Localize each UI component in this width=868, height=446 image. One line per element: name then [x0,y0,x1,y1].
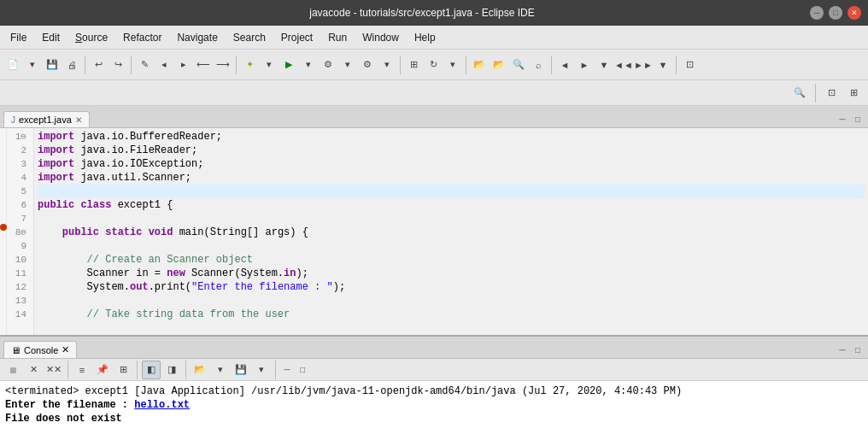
secondary-toolbar: 🔍 ⊡ ⊞ [0,80,868,106]
line-num-10: 10 [9,253,30,267]
console-display-btn[interactable]: ⊞ [114,361,132,379]
next-edit-button[interactable]: ▸ [174,56,193,74]
console-stop-btn[interactable]: ⏹ [3,361,22,379]
nav-fwd2-button[interactable]: ►► [634,56,653,74]
search2-icon-btn[interactable]: 🔍 [790,84,809,103]
menu-bar: File Edit Source Refactor Navigate Searc… [0,26,868,50]
console-toolbar-sep1 [67,361,68,379]
back-nav-button[interactable]: ◄ [555,56,574,74]
console-line-1: <terminated> except1 [Java Application] … [5,384,863,398]
menu-window[interactable]: Window [355,29,406,46]
search-icon-btn[interactable]: 🔍 [509,56,528,74]
editor-gutter [0,128,7,335]
editor-minimize-btn[interactable]: ─ [836,112,849,126]
ext-tool-button[interactable]: ⚙ [319,56,337,74]
console-icon: 🖥 [11,345,21,355]
console-link[interactable]: hello.txt [134,399,190,411]
console-tab[interactable]: 🖥 Console ✕ [3,341,77,358]
console-area: 🖥 Console ✕ ─ □ ⏹ ✕ ✕✕ ≡ 📌 ⊞ ◧ ◨ 📂 ▾ 💾 ▾ [0,335,868,446]
prev-edit-button[interactable]: ◂ [155,56,173,74]
console-output: <terminated> except1 [Java Application] … [0,381,868,446]
redo-button[interactable]: ↪ [108,56,127,74]
editor-tab-except1[interactable]: J except1.java ✕ [3,111,90,127]
menu-source[interactable]: Source [68,29,114,46]
console-minimize-btn[interactable]: ─ [836,343,849,356]
new-button[interactable]: 📄 [3,56,22,74]
console-max-btn[interactable]: □ [296,363,309,377]
code-line-10: // Create an Scanner object [38,253,865,267]
code-line-3: import java.io.IOException; [38,157,865,171]
console-pin-btn[interactable]: 📌 [93,361,112,379]
line-num-1: 1⊖ [9,130,30,144]
refresh-dropdown[interactable]: ▾ [443,56,462,74]
code-line-1: import java.io.BufferedReader; [38,130,865,144]
console-save-btn[interactable]: 💾 [232,361,250,379]
run-dropdown[interactable]: ▾ [299,56,318,74]
perspective-button[interactable]: ⊡ [680,56,699,74]
console-view2-btn[interactable]: ◨ [162,361,181,379]
console-tab-label: Console [24,345,58,355]
line-num-13: 13 [9,294,30,308]
ext-tool-dropdown[interactable]: ▾ [338,56,357,74]
editor-tab-close[interactable]: ✕ [75,115,82,125]
minimize-button[interactable]: ─ [810,6,824,20]
ext-tool2-button[interactable]: ⚙ [358,56,377,74]
line-num-2: 2 [9,144,30,157]
open-res-button[interactable]: 📂 [490,56,508,74]
console-line-3: File does not exist [5,412,863,425]
nav-back2-button[interactable]: ◄◄ [614,56,633,74]
menu-navigate[interactable]: Navigate [170,29,224,46]
debug-dropdown[interactable]: ▾ [260,56,279,74]
nav-history2-button[interactable]: ▼ [654,56,672,74]
breakpoint-marker [0,224,7,231]
perspective-icon-btn[interactable]: ⊡ [822,84,841,103]
debug-button[interactable]: ✦ [240,56,259,74]
code-line-2: import java.io.FileReader; [38,144,865,157]
console-clear-all-btn[interactable]: ✕✕ [44,361,63,379]
menu-edit[interactable]: Edit [35,29,67,46]
console-tab-close[interactable]: ✕ [62,344,69,355]
close-button[interactable]: ✕ [847,6,861,20]
refresh-button[interactable]: ↻ [424,56,443,74]
run-button[interactable]: ▶ [279,56,298,74]
menu-file[interactable]: File [3,29,33,46]
fwd-nav-button[interactable]: ► [575,56,594,74]
menu-run[interactable]: Run [321,29,354,46]
sync-button[interactable]: ⊞ [404,56,423,74]
line-num-9: 9 [9,239,30,253]
console-toolbar-sep2 [137,361,138,379]
perspective-btn2[interactable]: ⊞ [844,84,863,103]
console-save-dropdown[interactable]: ▾ [252,361,271,379]
code-line-11: Scanner in = new Scanner(System.in); [38,267,865,280]
nav-history-button[interactable]: ▼ [595,56,613,74]
code-line-9 [38,239,865,253]
print-button[interactable]: 🖨 [62,56,81,74]
undo-button[interactable]: ↩ [89,56,108,74]
menu-help[interactable]: Help [408,29,443,46]
maximize-button[interactable]: □ [829,6,842,20]
window-title: javacode - tutorials/src/except1.java - … [34,7,810,19]
open-type-button[interactable]: 📂 [470,56,489,74]
ext-tool2-dropdown[interactable]: ▾ [378,56,396,74]
console-open-dropdown[interactable]: ▾ [211,361,230,379]
console-open-btn[interactable]: 📂 [191,361,209,379]
editor-maximize-btn[interactable]: □ [851,112,865,126]
console-view1-btn[interactable]: ◧ [142,361,161,379]
menu-search[interactable]: Search [226,29,273,46]
line-num-4: 4 [9,171,30,185]
console-clear-btn[interactable]: ✕ [24,361,43,379]
code-editor[interactable]: 1⊖ 2 3 4 5 6 7 8⊖ 9 10 11 12 13 14 impor… [0,128,868,335]
menu-refactor[interactable]: Refactor [116,29,168,46]
prev-button[interactable]: ⟵ [194,56,213,74]
search-next-button[interactable]: ⌕ [529,56,548,74]
code-line-13 [38,294,865,308]
tool1-button[interactable]: ✎ [135,56,154,74]
new-dropdown[interactable]: ▾ [23,56,42,74]
menu-project[interactable]: Project [274,29,320,46]
console-min-btn[interactable]: ─ [280,363,294,377]
next-button[interactable]: ⟶ [214,56,232,74]
console-maximize-btn[interactable]: □ [851,343,865,356]
console-scroll-lock-btn[interactable]: ≡ [73,361,91,379]
save-button[interactable]: 💾 [43,56,62,74]
line-num-14: 14 [9,308,30,321]
